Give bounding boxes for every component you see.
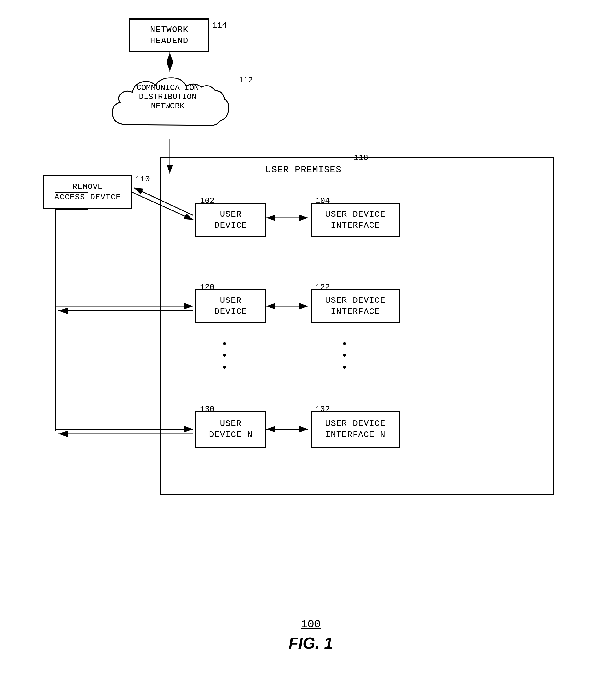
ud2-ref: 120 — [200, 283, 214, 292]
diagram: NETWORK HEADEND 114 COMMUNICATIONDISTRIB… — [25, 12, 597, 659]
network-headend-label: NETWORK HEADEND — [130, 24, 208, 47]
udi2-ref: 122 — [315, 283, 330, 292]
dots-right: ••• — [341, 338, 350, 374]
access-device-label: REMOVEACCESS DEVICE — [54, 182, 121, 203]
udi-1-box: USER DEVICEINTERFACE — [311, 203, 400, 237]
network-headend-box: NETWORK HEADEND — [129, 18, 209, 52]
access-ref: 110 — [135, 174, 150, 184]
figure-caption: 100 FIG. 1 — [289, 618, 333, 652]
udi-2-box: USER DEVICEINTERFACE — [311, 289, 400, 323]
user-device-1-box: USERDEVICE — [196, 203, 266, 237]
ud1-ref: 102 — [200, 196, 214, 205]
user-device-2-label: USERDEVICE — [214, 295, 247, 317]
figure-number: 100 — [289, 618, 333, 631]
figure-label: FIG. 1 — [289, 634, 333, 652]
udn-ref: 130 — [200, 404, 214, 414]
premises-ref: 118 — [354, 153, 368, 162]
udi-n-box: USER DEVICEINTERFACE N — [311, 411, 400, 448]
user-device-n-label: USERDEVICE N — [209, 418, 253, 441]
cloud-label: COMMUNICATIONDISTRIBUTIONNETWORK — [122, 83, 214, 111]
udi-2-label: USER DEVICEINTERFACE — [325, 295, 386, 317]
cloud-ref: 112 — [238, 75, 253, 85]
udin-ref: 132 — [315, 404, 330, 414]
user-device-1-label: USERDEVICE — [214, 209, 247, 232]
udi-n-label: USER DEVICEINTERFACE N — [325, 418, 386, 441]
udi1-ref: 104 — [315, 196, 330, 205]
udi-1-label: USER DEVICEINTERFACE — [325, 209, 386, 232]
cloud-container: COMMUNICATIONDISTRIBUTIONNETWORK — [103, 72, 232, 140]
remote-access-device-box: REMOVEACCESS DEVICE — [43, 175, 132, 209]
premises-label: USER PREMISES — [265, 164, 547, 176]
headend-ref: 114 — [212, 21, 227, 30]
user-device-2-box: USERDEVICE — [196, 289, 266, 323]
dots-left: ••• — [222, 338, 230, 374]
user-device-n-box: USERDEVICE N — [196, 411, 266, 448]
